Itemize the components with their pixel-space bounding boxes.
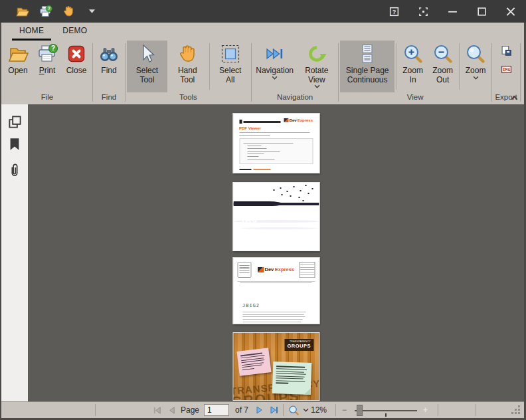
- maximize-icon[interactable]: [476, 5, 487, 17]
- print-label: Print: [39, 66, 56, 75]
- group-separator: [125, 43, 126, 102]
- devexpress-logo: DevExpress: [258, 266, 294, 272]
- open-label: Open: [8, 66, 27, 75]
- screen-capture-icon[interactable]: [417, 5, 429, 17]
- select-all-button[interactable]: Select All: [211, 41, 250, 92]
- zoom-out-label: Zoom Out: [431, 66, 454, 84]
- export-image-button[interactable]: IMG: [499, 63, 513, 75]
- first-page-button[interactable]: [152, 402, 162, 418]
- group-view: Single Page Continuous Zoom In Zoom Out: [340, 41, 490, 104]
- open-folder-icon[interactable]: [15, 4, 29, 19]
- statusbar-separator: [283, 404, 284, 416]
- pink-sticky-note: [236, 348, 271, 376]
- group-separator: [520, 43, 521, 102]
- close-label: Close: [66, 66, 87, 75]
- zoom-slider-plus[interactable]: +: [423, 402, 428, 418]
- rotate-view-button[interactable]: Rotate View: [296, 41, 337, 92]
- group-find: Find Find: [94, 41, 124, 104]
- ribbon-body: Open ? Print Close File: [1, 41, 524, 104]
- printer-icon: ?: [37, 43, 58, 64]
- zoom-button[interactable]: Zoom: [461, 41, 490, 92]
- previous-page-button[interactable]: [167, 402, 177, 418]
- tab-home[interactable]: HOME: [12, 23, 51, 41]
- document-viewer[interactable]: DevExpress PDF Viewer: [28, 104, 524, 401]
- rotate-icon: [306, 43, 327, 64]
- page-thumbnail-1[interactable]: DevExpress PDF Viewer: [232, 113, 319, 173]
- zoom-percentage: 12%: [311, 402, 327, 418]
- page-thumbnails-icon: [7, 114, 23, 130]
- statusbar-separator: [95, 404, 96, 416]
- resize-grip[interactable]: [511, 405, 521, 415]
- page-total-label: of 7: [235, 402, 248, 418]
- horizon-band: [233, 203, 319, 205]
- info-box: [237, 262, 251, 278]
- tab-demo[interactable]: DEMO: [55, 23, 94, 41]
- group-caption-navigation: Navigation: [253, 92, 337, 104]
- page2-caption-lines: [240, 231, 314, 245]
- pages-icon: [357, 43, 378, 64]
- feature-list-box: [239, 138, 313, 164]
- close-icon[interactable]: [505, 5, 517, 17]
- chevron-down-icon: [272, 76, 278, 80]
- page-thumbnail-4[interactable]: TRANSPARENCY GROUPS TRANSPARENCY GROUPS: [232, 332, 319, 401]
- find-button[interactable]: Find: [94, 41, 124, 92]
- zoom-label: Zoom: [466, 66, 486, 75]
- statusbar-separator: [476, 404, 476, 416]
- page-number-input[interactable]: [204, 404, 229, 416]
- select-tool-button[interactable]: Select Tool: [127, 41, 167, 92]
- collapse-ribbon-button[interactable]: [509, 94, 519, 102]
- page-thumbnails-tab[interactable]: [7, 113, 23, 130]
- zoom-slider-minus[interactable]: −: [342, 402, 347, 418]
- page-thumbnail-2[interactable]: JPX: [232, 182, 319, 251]
- zoom-out-button[interactable]: Zoom Out: [428, 41, 458, 92]
- statusbar-separator: [335, 404, 336, 416]
- green-sticky-note: [272, 362, 311, 395]
- bookmarks-tab[interactable]: [7, 136, 23, 153]
- hand-tool-label: Hand Tool: [171, 66, 205, 84]
- navigation-button[interactable]: Navigation: [253, 41, 296, 92]
- window-controls: ?: [388, 5, 517, 17]
- svg-text:?: ?: [51, 45, 55, 52]
- zoom-icon: [465, 43, 486, 64]
- devexpress-logo: DevExpress: [284, 118, 313, 122]
- zoom-slider-thumb[interactable]: [357, 405, 363, 416]
- magnifier-icon: [288, 405, 300, 416]
- attachments-tab[interactable]: [7, 161, 23, 179]
- group-separator: [92, 43, 93, 102]
- hand-tool-icon[interactable]: [61, 4, 76, 19]
- rotate-view-label: Rotate View: [300, 66, 333, 84]
- chevron-down-icon: [303, 408, 309, 412]
- select-all-icon: [220, 43, 241, 64]
- next-page-icon: [254, 405, 265, 415]
- attachments-icon: [7, 161, 22, 179]
- last-page-button[interactable]: [269, 402, 280, 418]
- zoom-slider-track[interactable]: [355, 410, 417, 411]
- single-page-continuous-button[interactable]: Single Page Continuous: [340, 41, 394, 92]
- page-thumbnail-3[interactable]: DevExpress JBIG2: [232, 257, 319, 324]
- quick-access-toolbar: ?: [15, 4, 99, 19]
- chevron-down-icon: [314, 84, 320, 88]
- chevron-up-icon: [511, 96, 518, 100]
- window-frame: HOME DEMO Open ? Print: [0, 23, 526, 420]
- export-document-button[interactable]: [499, 45, 513, 56]
- group-caption-tools: Tools: [127, 92, 250, 104]
- close-document-icon: [66, 43, 87, 64]
- fast-forward-icon: [264, 43, 286, 64]
- previous-page-icon: [167, 405, 177, 415]
- print-button[interactable]: ? Print: [33, 41, 62, 92]
- zoom-menu-button[interactable]: [288, 402, 309, 418]
- zoom-in-button[interactable]: Zoom In: [398, 41, 428, 92]
- help-icon[interactable]: ?: [388, 5, 400, 17]
- binoculars-icon: [98, 43, 120, 64]
- export-document-icon: [501, 45, 512, 56]
- open-button[interactable]: Open: [3, 41, 33, 92]
- next-page-button[interactable]: [254, 402, 265, 418]
- group-separator: [251, 43, 252, 102]
- page3-heading: JBIG2: [242, 303, 260, 308]
- dropdown-arrow-icon[interactable]: [84, 4, 99, 19]
- print-preview-icon[interactable]: ?: [38, 4, 52, 19]
- minimize-icon[interactable]: [446, 5, 458, 17]
- button-separator: [459, 43, 460, 90]
- close-button[interactable]: Close: [62, 41, 91, 92]
- hand-tool-button[interactable]: Hand Tool: [167, 41, 208, 92]
